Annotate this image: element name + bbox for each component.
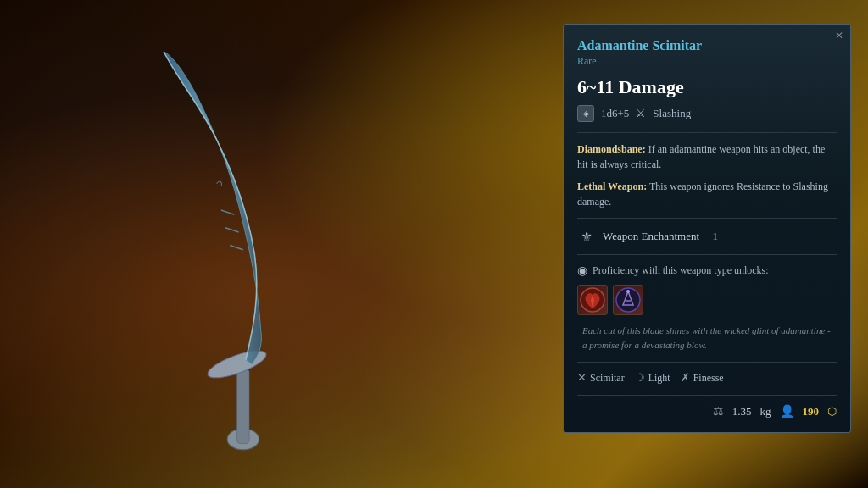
flavor-text: Each cut of this blade shines with the w…: [577, 324, 837, 352]
enchantment-row: ⚜ Weapon Enchantment +1: [577, 227, 837, 246]
passive-2: Lethal Weapon: This weapon ignores Resis…: [577, 179, 837, 209]
divider-2: [577, 218, 837, 219]
scimitar-icon: ✕: [577, 371, 587, 385]
passive-1-name: Diamondsbane:: [577, 143, 646, 155]
tag-scimitar: ✕ Scimitar: [577, 371, 625, 385]
ability-icon-2: [613, 285, 643, 315]
damage-type-separator: ⚔: [636, 107, 646, 120]
weight-unit: kg: [760, 405, 771, 419]
close-button[interactable]: ✕: [835, 30, 843, 42]
gold-person-icon: 👤: [780, 404, 794, 419]
divider-4: [577, 362, 837, 363]
light-icon: ☽: [635, 371, 645, 385]
svg-rect-1: [237, 369, 250, 443]
tag-scimitar-label: Scimitar: [590, 372, 625, 385]
sword-illustration: [68, 34, 339, 474]
item-tooltip: ✕ Adamantine Scimitar Rare 6~11 Damage ◈…: [563, 24, 851, 433]
finesse-icon: ✗: [681, 371, 690, 385]
ability-icon-1: [577, 285, 608, 315]
dice-icon: ◈: [577, 105, 594, 122]
weight-icon: ⚖: [713, 404, 724, 419]
proficiency-label: Proficiency with this weapon type unlock…: [593, 264, 769, 277]
enchantment-value: +1: [706, 230, 718, 243]
gold-icon: ⬡: [827, 405, 837, 419]
divider-3: [577, 254, 837, 255]
tag-light-label: Light: [648, 372, 670, 385]
gold-value: 190: [803, 405, 820, 419]
item-rarity: Rare: [577, 55, 837, 68]
tag-finesse-label: Finesse: [693, 372, 724, 385]
proficiency-icon: ◉: [577, 263, 587, 278]
item-name: Adamantine Scimitar: [577, 38, 837, 53]
svg-point-5: [626, 290, 630, 293]
dice-formula: 1d6+5: [601, 107, 629, 120]
damage-type: Slashing: [653, 107, 691, 120]
proficiency-row: ◉ Proficiency with this weapon type unlo…: [577, 263, 837, 278]
tags-row: ✕ Scimitar ☽ Light ✗ Finesse: [577, 371, 837, 385]
passive-2-name: Lethal Weapon:: [577, 180, 647, 192]
ability-icon-2-inner: [614, 286, 643, 314]
tag-light: ☽ Light: [635, 371, 670, 385]
tag-finesse: ✗ Finesse: [681, 371, 724, 385]
weight-value: 1.35: [732, 405, 752, 419]
enchantment-label: Weapon Enchantment: [603, 230, 699, 243]
damage-value: 6~11 Damage: [577, 76, 837, 98]
ability-icon-1-inner: [578, 286, 607, 314]
divider-1: [577, 132, 837, 133]
bottom-stats-row: ⚖ 1.35 kg 👤 190 ⬡: [577, 395, 837, 419]
dice-row: ◈ 1d6+5 ⚔ Slashing: [577, 105, 837, 122]
enchantment-icon: ⚜: [577, 227, 596, 246]
passive-1: Diamondsbane: If an adamantine weapon hi…: [577, 141, 837, 172]
ability-icons-row: [577, 285, 837, 315]
